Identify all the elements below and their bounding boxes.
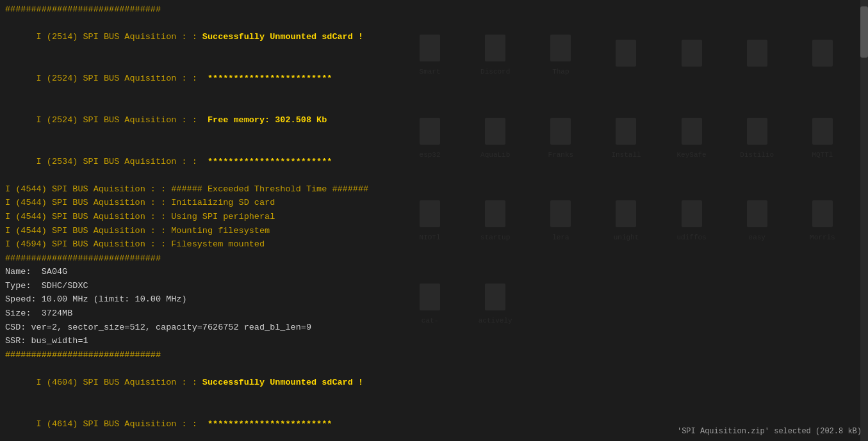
separator-line-2: ############################## <box>5 252 863 266</box>
log-prefix: I (2534) SPI BUS Aquisition : : <box>37 157 208 166</box>
sd-type: Type: SDHC/SDXC <box>5 279 863 293</box>
success-unmount-1: Successfully Unmounted sdCard ! <box>202 32 363 42</box>
log-line-4594: I (4594) SPI BUS Aquisition : : Filesyst… <box>5 237 863 252</box>
log-line-2534: I (2534) SPI BUS Aquisition : : ********… <box>5 141 863 182</box>
sd-ssr: SSR: bus_width=1 <box>5 334 863 348</box>
log-line-4544d: I (4544) SPI BUS Aquisition : : Mounting… <box>5 224 863 238</box>
stars-2: ************************ <box>208 157 332 166</box>
sd-name: Name: SA04G <box>5 265 863 279</box>
log-line-4604: I (4604) SPI BUS Aquisition : : Successf… <box>5 362 863 403</box>
log-prefix: I (2524) SPI BUS Aquisition : : <box>37 115 208 125</box>
stars-3: ************************ <box>208 419 332 429</box>
log-line-4544b: I (4544) SPI BUS Aquisition : : Initiali… <box>5 196 863 210</box>
separator-line-1: ############################## <box>5 3 863 17</box>
log-prefix: I (2514) SPI BUS Aquisition : : <box>37 32 202 42</box>
scrollbar[interactable] <box>860 0 868 441</box>
log-prefix: I (4604) SPI BUS Aquisition : : <box>37 378 202 387</box>
separator-line-3: ############################## <box>5 348 863 362</box>
status-bar: 'SPI Aquisition.zip' selected (202.8 kB) <box>677 427 862 436</box>
log-prefix: I (2524) SPI BUS Aquisition : : <box>37 74 208 83</box>
log-line-2524b: I (2524) SPI BUS Aquisition : : Free mem… <box>5 99 863 141</box>
stars-1: ************************ <box>208 74 332 83</box>
sd-speed: Speed: 10.00 MHz (limit: 10.00 MHz) <box>5 293 863 307</box>
log-line-2514: I (2514) SPI BUS Aquisition : : Successf… <box>5 17 863 58</box>
sd-csd: CSD: ver=2, sector_size=512, capacity=76… <box>5 321 863 335</box>
terminal-window: Smart Discord Thap esp32 AquaLib <box>0 0 868 441</box>
log-line-4544c: I (4544) SPI BUS Aquisition : : Using SP… <box>5 210 863 224</box>
success-unmount-2: Successfully Unmounted sdCard ! <box>202 378 363 387</box>
sd-size: Size: 3724MB <box>5 307 863 321</box>
log-line-4544a: I (4544) SPI BUS Aquisition : : ###### E… <box>5 182 863 196</box>
scrollbar-thumb[interactable] <box>860 6 868 58</box>
log-prefix: I (4614) SPI BUS Aquisition : : <box>37 419 208 429</box>
terminal-content: ############################## I (2514) … <box>5 3 863 441</box>
log-line-2524a: I (2524) SPI BUS Aquisition : : ********… <box>5 58 863 99</box>
free-memory-1: Free memory: 302.508 Kb <box>208 115 327 125</box>
